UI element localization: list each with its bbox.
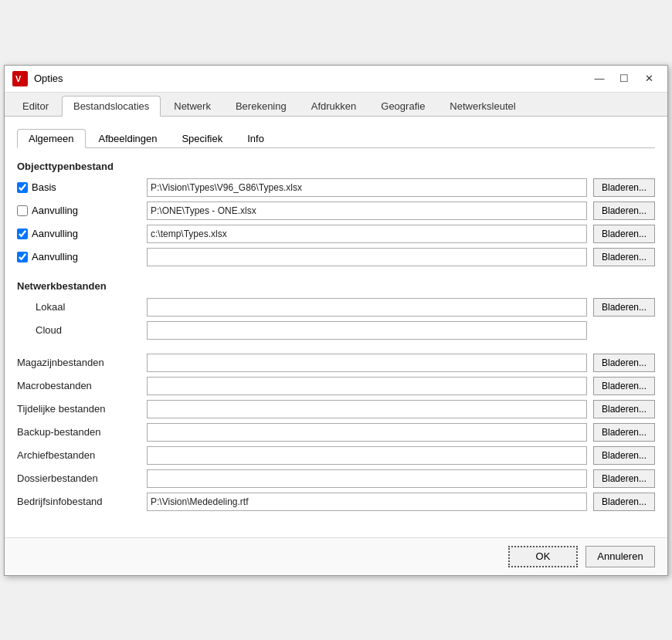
tab-berekening[interactable]: Berekening: [224, 96, 298, 116]
tab-netwerksleutel[interactable]: Netwerksleutel: [438, 96, 527, 116]
objecttypen-title: Objecttypenbestand: [17, 161, 655, 172]
maximize-button[interactable]: ☐: [613, 70, 635, 87]
tab-netwerk[interactable]: Netwerk: [162, 96, 222, 116]
aanvulling3-checkbox[interactable]: [17, 252, 28, 262]
cloud-label: Cloud: [17, 324, 141, 336]
lokaal-input[interactable]: [147, 298, 587, 317]
magazijn-input[interactable]: [147, 354, 587, 372]
macro-label: Macrobestanden: [17, 380, 141, 391]
aanvulling1-input[interactable]: [147, 201, 587, 220]
table-row: Backup-bestanden Bladeren...: [17, 423, 655, 442]
table-row: Archiefbestanden Bladeren...: [17, 446, 655, 465]
basis-input[interactable]: [147, 178, 587, 197]
table-row: Bedrijfsinfobestand Bladeren...: [17, 493, 655, 511]
tab-geografie[interactable]: Geografie: [369, 96, 436, 116]
app-icon: V: [12, 71, 28, 86]
aanvulling3-label: Aanvulling: [32, 251, 78, 262]
cloud-input[interactable]: [147, 321, 587, 340]
lokaal-label: Lokaal: [17, 301, 141, 313]
aanvulling2-label: Aanvulling: [32, 228, 78, 239]
backup-browse-button[interactable]: Bladeren...: [593, 423, 655, 442]
table-row: Dossierbestanden Bladeren...: [17, 469, 655, 488]
table-row: Magazijnbestanden Bladeren...: [17, 354, 655, 372]
cancel-button[interactable]: Annuleren: [585, 546, 655, 567]
tab-info[interactable]: Info: [236, 129, 276, 147]
minimize-button[interactable]: —: [589, 70, 610, 87]
aanvulling3-checkbox-label[interactable]: Aanvulling: [17, 251, 141, 262]
tab-editor[interactable]: Editor: [11, 96, 60, 116]
svg-text:V: V: [15, 74, 22, 83]
window-controls: — ☐ ✕: [589, 70, 660, 87]
inner-tabs: Algemeen Afbeeldingen Specifiek Info: [17, 129, 655, 148]
table-row: Aanvulling Bladeren...: [17, 248, 655, 266]
aanvulling2-checkbox-label[interactable]: Aanvulling: [17, 228, 141, 239]
aanvulling2-browse-button[interactable]: Bladeren...: [593, 225, 655, 243]
aanvulling2-checkbox[interactable]: [17, 229, 28, 239]
tab-specifiek[interactable]: Specifiek: [170, 129, 234, 147]
table-row: Basis Bladeren...: [17, 178, 655, 197]
bedrijfsinfo-label: Bedrijfsinfobestand: [17, 496, 141, 507]
dossier-label: Dossierbestanden: [17, 472, 141, 484]
aanvulling1-checkbox[interactable]: [17, 205, 28, 216]
archief-browse-button[interactable]: Bladeren...: [593, 446, 655, 465]
aanvulling1-label: Aanvulling: [32, 205, 78, 216]
netwerk-title: Netwerkbestanden: [17, 280, 655, 292]
basis-checkbox[interactable]: [17, 182, 28, 193]
tijdelijk-label: Tijdelijke bestanden: [17, 403, 141, 415]
table-row: Aanvulling Bladeren...: [17, 225, 655, 243]
tab-afbeeldingen[interactable]: Afbeeldingen: [87, 129, 169, 147]
other-fields-section: Magazijnbestanden Bladeren... Macrobesta…: [17, 354, 655, 511]
tab-bestandslocaties[interactable]: Bestandslocaties: [62, 96, 161, 117]
objecttypen-section: Objecttypenbestand Basis Bladeren... Aan…: [17, 161, 655, 266]
macro-input[interactable]: [147, 377, 587, 395]
tab-algemeen[interactable]: Algemeen: [17, 129, 86, 148]
title-bar: V Opties — ☐ ✕: [5, 66, 667, 93]
window-title: Opties: [34, 73, 582, 84]
dossier-browse-button[interactable]: Bladeren...: [593, 469, 655, 488]
archief-label: Archiefbestanden: [17, 449, 141, 461]
aanvulling3-input[interactable]: [147, 248, 587, 266]
table-row: Tijdelijke bestanden Bladeren...: [17, 400, 655, 418]
basis-browse-button[interactable]: Bladeren...: [593, 178, 655, 197]
close-button[interactable]: ✕: [638, 70, 660, 87]
bedrijfsinfo-browse-button[interactable]: Bladeren...: [593, 493, 655, 511]
tab-afdrukken[interactable]: Afdrukken: [300, 96, 368, 116]
dossier-input[interactable]: [147, 469, 587, 488]
bedrijfsinfo-input[interactable]: [147, 493, 587, 511]
magazijn-label: Magazijnbestanden: [17, 357, 141, 368]
basis-label: Basis: [32, 181, 56, 193]
backup-input[interactable]: [147, 423, 587, 442]
tijdelijk-input[interactable]: [147, 400, 587, 418]
netwerk-section: Netwerkbestanden Lokaal Bladeren... Clou…: [17, 280, 655, 340]
content-area: Algemeen Afbeeldingen Specifiek Info Obj…: [5, 117, 667, 537]
archief-input[interactable]: [147, 446, 587, 465]
table-row: Macrobestanden Bladeren...: [17, 377, 655, 395]
table-row: Aanvulling Bladeren...: [17, 201, 655, 220]
magazijn-browse-button[interactable]: Bladeren...: [593, 354, 655, 372]
ok-button[interactable]: OK: [508, 546, 578, 567]
top-tabs: Editor Bestandslocaties Netwerk Berekeni…: [5, 93, 667, 117]
macro-browse-button[interactable]: Bladeren...: [593, 377, 655, 395]
backup-label: Backup-bestanden: [17, 426, 141, 438]
main-window: V Opties — ☐ ✕ Editor Bestandslocaties N…: [4, 65, 668, 576]
aanvulling2-input[interactable]: [147, 225, 587, 243]
table-row: Cloud: [17, 321, 655, 340]
lokaal-browse-button[interactable]: Bladeren...: [593, 298, 655, 317]
table-row: Lokaal Bladeren...: [17, 298, 655, 317]
aanvulling1-checkbox-label[interactable]: Aanvulling: [17, 205, 141, 216]
aanvulling1-browse-button[interactable]: Bladeren...: [593, 201, 655, 220]
tijdelijk-browse-button[interactable]: Bladeren...: [593, 400, 655, 418]
basis-checkbox-label[interactable]: Basis: [17, 181, 141, 193]
footer: OK Annuleren: [5, 537, 667, 575]
aanvulling3-browse-button[interactable]: Bladeren...: [593, 248, 655, 266]
